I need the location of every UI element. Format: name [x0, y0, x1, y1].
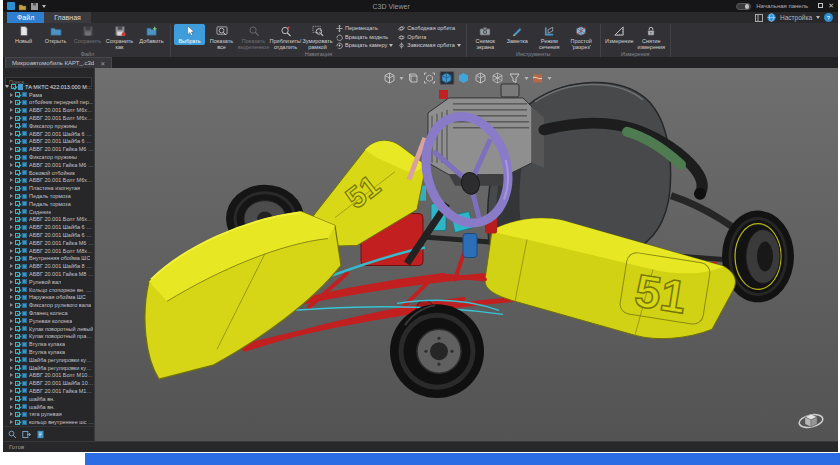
- rotate-camera-button[interactable]: Вращать камеру: [336, 42, 393, 49]
- tree-item[interactable]: АБВГ 20.001 Шайба 6 НТ...: [3, 138, 94, 146]
- visibility-checkbox[interactable]: [15, 326, 20, 331]
- free-orbit-button[interactable]: Свободная орбита: [398, 25, 460, 32]
- chevron-right-icon[interactable]: [10, 405, 13, 409]
- chevron-right-icon[interactable]: [10, 264, 13, 268]
- tree-item[interactable]: кольцо внутреннее шс н...: [3, 418, 94, 426]
- visibility-checkbox[interactable]: [15, 272, 20, 277]
- chevron-right-icon[interactable]: [10, 272, 13, 276]
- chevron-right-icon[interactable]: [10, 249, 13, 253]
- tree-item[interactable]: Наружная обойма ШС: [3, 294, 94, 302]
- tree-item[interactable]: Фиксатор пружины: [3, 122, 94, 130]
- rotate-view-button[interactable]: [405, 71, 420, 85]
- chevron-right-icon[interactable]: [10, 412, 13, 416]
- visibility-checkbox[interactable]: [15, 388, 20, 393]
- chevron-right-icon[interactable]: [10, 100, 13, 104]
- chevron-right-icon[interactable]: [10, 295, 13, 299]
- visibility-checkbox[interactable]: [15, 295, 20, 300]
- visibility-checkbox[interactable]: [15, 131, 20, 136]
- tree-item[interactable]: Фланец колеса: [3, 309, 94, 317]
- visibility-checkbox[interactable]: [15, 318, 20, 323]
- web-icon[interactable]: [767, 13, 776, 22]
- visibility-checkbox[interactable]: [15, 217, 20, 222]
- tree-item[interactable]: АБВГ 20.001 Болт М6х45 ...: [3, 216, 94, 224]
- tree-item[interactable]: Кулак поворотный левый: [3, 325, 94, 333]
- chevron-right-icon[interactable]: [10, 163, 13, 167]
- tree-item[interactable]: АБВГ 20.001 Гайка М10 Г...: [3, 387, 94, 395]
- chevron-right-icon[interactable]: [10, 210, 13, 214]
- tree-root-item[interactable]: ТА МКТС 422.013.000 Микр...: [3, 83, 94, 91]
- zoom-to-selection-button[interactable]: [422, 71, 437, 85]
- tree-item[interactable]: отбойник передний пер...: [3, 99, 94, 107]
- visibility-checkbox[interactable]: [15, 194, 20, 199]
- viewport-3d[interactable]: 51: [95, 68, 838, 441]
- visibility-checkbox[interactable]: [15, 381, 20, 386]
- visibility-checkbox[interactable]: [15, 365, 20, 370]
- chevron-right-icon[interactable]: [10, 93, 13, 97]
- select-button[interactable]: Выбрать: [174, 24, 205, 45]
- simple-cut-button[interactable]: Простой 'разрез': [566, 24, 597, 51]
- visibility-checkbox[interactable]: [15, 303, 20, 308]
- visibility-checkbox[interactable]: [11, 84, 16, 89]
- document-tab[interactable]: Микроавтомобиль КАРТ_.c3d ✕: [5, 57, 112, 68]
- tree-item[interactable]: Втулка кулака: [3, 340, 94, 348]
- chevron-right-icon[interactable]: [10, 202, 13, 206]
- notes-list-button[interactable]: [36, 430, 45, 439]
- visibility-checkbox[interactable]: [15, 342, 20, 347]
- visibility-checkbox[interactable]: [15, 349, 20, 354]
- tree-item[interactable]: АБВГ 20.001 Болт М6х22 ...: [3, 106, 94, 114]
- chevron-right-icon[interactable]: [10, 186, 13, 190]
- visibility-checkbox[interactable]: [15, 256, 20, 261]
- chevron-right-icon[interactable]: [10, 124, 13, 128]
- tree-item[interactable]: Пластина изогнутая: [3, 184, 94, 192]
- chevron-right-icon[interactable]: [10, 358, 13, 362]
- view-orientation-button[interactable]: [382, 71, 397, 85]
- chevron-right-icon[interactable]: [10, 108, 13, 112]
- chevron-right-icon[interactable]: [10, 217, 13, 221]
- chevron-right-icon[interactable]: [10, 225, 13, 229]
- show-all-button[interactable]: Показать все: [206, 24, 237, 51]
- tab-file[interactable]: Файл: [7, 12, 44, 23]
- maximize-button[interactable]: [818, 2, 823, 10]
- open-button[interactable]: Открыть: [40, 24, 71, 45]
- tree-item[interactable]: АБВГ 20.001 Гайка М8 ПО...: [3, 270, 94, 278]
- chevron-right-icon[interactable]: [10, 366, 13, 370]
- tree-item[interactable]: Шайба регулировки кула...: [3, 356, 94, 364]
- panels-icon[interactable]: [755, 14, 763, 22]
- new-button[interactable]: Новый: [8, 24, 39, 45]
- chevron-right-icon[interactable]: [10, 280, 13, 284]
- save-button[interactable]: Сохранить: [72, 24, 103, 45]
- tree-item[interactable]: Фиксатор пружины: [3, 153, 94, 161]
- chevron-right-icon[interactable]: [10, 327, 13, 331]
- visibility-checkbox[interactable]: [15, 420, 20, 425]
- tree-item[interactable]: АБВГ 20.001 Шайба 8 ПТ...: [3, 262, 94, 270]
- tree-item[interactable]: Внутренняя обойма ШС: [3, 255, 94, 263]
- video-progress-bar[interactable]: [85, 453, 840, 465]
- tree-item[interactable]: шайба вн.: [3, 403, 94, 411]
- chevron-right-icon[interactable]: [10, 256, 13, 260]
- settings-menu[interactable]: Настройка: [780, 14, 812, 21]
- tree-item[interactable]: АБВГ 20.001 Болт М8х75 ...: [3, 247, 94, 255]
- chevron-right-icon[interactable]: [10, 381, 13, 385]
- chevron-down-icon[interactable]: [5, 85, 9, 88]
- isolate-part-button[interactable]: [22, 430, 31, 439]
- chevron-right-icon[interactable]: [10, 311, 13, 315]
- chevron-right-icon[interactable]: [10, 171, 13, 175]
- tree-item[interactable]: АБВГ 20.001 Гайка М6 ПО...: [3, 239, 94, 247]
- visibility-checkbox[interactable]: [15, 139, 20, 144]
- document-close-icon[interactable]: ✕: [100, 60, 105, 67]
- filter-caret-icon[interactable]: [524, 77, 528, 80]
- display-hidden-lines-button[interactable]: [473, 71, 488, 85]
- note-button[interactable]: Заметка: [502, 24, 533, 45]
- visibility-checkbox[interactable]: [15, 186, 20, 191]
- visibility-checkbox[interactable]: [15, 116, 20, 121]
- measure-lock-button[interactable]: Снятие измерения: [636, 24, 667, 51]
- chevron-right-icon[interactable]: [10, 288, 13, 292]
- visibility-checkbox[interactable]: [15, 209, 20, 214]
- tree-item[interactable]: Педаль тормоза: [3, 192, 94, 200]
- display-shaded-button[interactable]: [456, 71, 471, 85]
- chevron-right-icon[interactable]: [10, 334, 13, 338]
- tree-item[interactable]: Рулевая колонка: [3, 317, 94, 325]
- tree-item[interactable]: Рулевой вал: [3, 278, 94, 286]
- tree-item[interactable]: Втулка кулака: [3, 348, 94, 356]
- chevron-right-icon[interactable]: [10, 178, 13, 182]
